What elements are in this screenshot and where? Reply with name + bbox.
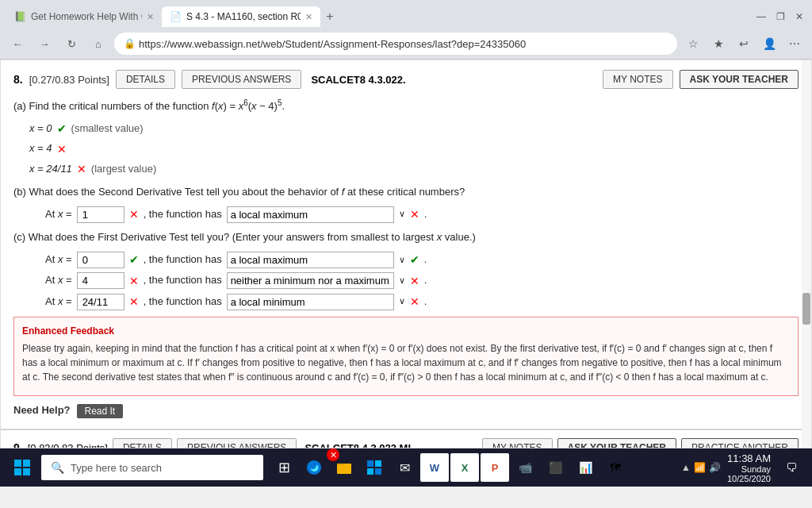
matlab-icon[interactable]: 📊	[571, 453, 599, 482]
taskview-button[interactable]: ⊞	[270, 453, 298, 482]
mail-icon[interactable]: ✉	[390, 453, 419, 482]
day-display: Sunday	[727, 464, 771, 474]
my-notes-button-8[interactable]: MY NOTES	[603, 70, 672, 89]
part-c-row-2: At x = ✕ , the function has a local mini…	[45, 293, 799, 310]
need-help-label: Need Help?	[13, 402, 71, 419]
search-placeholder: Type here to search	[71, 462, 162, 474]
word-icon[interactable]: W	[420, 453, 449, 482]
question-8-points: [0.27/0.83 Points]	[29, 74, 109, 86]
answer-label-2: (largest value)	[91, 161, 156, 178]
back-button[interactable]: ←	[6, 33, 29, 55]
part-c-dropdown-2[interactable]: a local minimum a local maximum neither …	[227, 294, 394, 310]
collection-icon[interactable]: ★	[707, 33, 730, 55]
part-b-dropdown-arrow: ∨	[399, 207, 405, 221]
part-b-prefix: At x =	[45, 206, 72, 223]
part-c-dropdown-wrong-2: ✕	[410, 293, 419, 310]
tab-bar: 📗 Get Homework Help With Cheg ✕ 📄 S 4.3 …	[0, 0, 812, 29]
ask-teacher-button-8[interactable]: ASK YOUR TEACHER	[680, 70, 799, 89]
answer-label-0: (smallest value)	[71, 121, 144, 137]
close-button[interactable]: ✕	[793, 10, 806, 23]
ask-teacher-button-9[interactable]: ASK YOUR TEACHER	[557, 438, 676, 448]
home-button[interactable]: ⌂	[87, 33, 109, 55]
star-icon[interactable]: ☆	[682, 33, 704, 55]
minimize-button[interactable]: —	[755, 10, 768, 23]
profile-icon[interactable]: 👤	[758, 33, 780, 55]
tab-favicon-webassign: 📄	[170, 11, 182, 22]
answer-row-2: x = 24/11 ✕ (largest value)	[29, 160, 799, 178]
wrong-icon-2: ✕	[77, 160, 86, 178]
correct-icon-0: ✔	[57, 120, 67, 137]
tab-webassign[interactable]: 📄 S 4.3 - MA1160, section R01, Fa ✕	[162, 6, 320, 27]
part-b-input[interactable]	[77, 206, 124, 223]
question-8-header: 8. [0.27/0.83 Points] DETAILS PREVIOUS A…	[13, 70, 799, 89]
part-c-input-2[interactable]	[77, 294, 124, 310]
new-tab-button[interactable]: +	[320, 7, 339, 26]
previous-answers-button-8[interactable]: PREVIOUS ANSWERS	[182, 70, 301, 89]
address-input[interactable]: 🔒 https://www.webassign.net/web/Student/…	[114, 33, 677, 55]
answer-row-1: x = 4 ✕	[29, 140, 799, 158]
search-icon: 🔍	[51, 461, 64, 474]
part-b-text: , the function has	[144, 206, 222, 223]
details-button-8[interactable]: DETAILS	[116, 70, 175, 89]
practice-another-button-9[interactable]: PRACTICE ANOTHER	[681, 438, 799, 448]
network-icon: ▲	[681, 462, 691, 473]
menu-icon[interactable]: ⋯	[783, 33, 806, 55]
system-tray: ▲ 📶 🔊	[681, 462, 721, 473]
wifi-icon: 📶	[694, 462, 706, 473]
address-text: https://www.webassign.net/web/Student/As…	[139, 38, 526, 50]
tab-close-cheg[interactable]: ✕	[147, 12, 154, 22]
tab-cheg[interactable]: 📗 Get Homework Help With Cheg ✕	[6, 6, 162, 27]
answer-value-0: x = 0	[29, 121, 52, 137]
feedback-title: Enhanced Feedback	[22, 324, 790, 338]
terminal-icon[interactable]: ⬛	[541, 453, 569, 482]
teams-icon[interactable]: 📹	[511, 453, 539, 482]
wrong-icon-1: ✕	[57, 140, 67, 158]
part-c-row-0: At x = ✔ , the function has a local maxi…	[45, 251, 799, 268]
part-c-wrong-2: ✕	[129, 293, 139, 310]
volume-icon: 🔊	[709, 462, 721, 473]
system-time: 11:38 AM Sunday 10/25/2020	[727, 452, 771, 483]
part-c-correct-0: ✔	[129, 251, 139, 268]
notification-button[interactable]: 🗨	[777, 453, 806, 482]
svg-rect-6	[375, 460, 381, 467]
tab-close-webassign[interactable]: ✕	[305, 12, 312, 22]
svg-rect-3	[23, 468, 30, 475]
excel-icon[interactable]: X	[450, 453, 479, 482]
powerpoint-icon[interactable]: P	[481, 453, 509, 482]
part-b-dropdown-wrong-icon: ✕	[410, 206, 419, 223]
svg-rect-5	[367, 460, 373, 467]
scrollbar-thumb[interactable]	[802, 293, 810, 325]
question-8-number: 8.	[13, 73, 23, 86]
book-code-9: SCALCET8 4.3.023.MI.	[304, 442, 477, 448]
part-c-input-0[interactable]	[77, 252, 124, 268]
part-c-input-1[interactable]	[77, 272, 124, 289]
read-it-button[interactable]: Read It	[77, 404, 124, 418]
previous-answers-button-9[interactable]: PREVIOUS ANSWERS	[177, 438, 297, 448]
part-c-dropdown-1[interactable]: neither a minimum nor a maximum a local …	[227, 272, 394, 289]
maps-icon[interactable]: 🗺	[601, 453, 630, 482]
part-c-row-1: At x = ✕ , the function has neither a mi…	[45, 272, 799, 290]
part-c-period-2: .	[424, 294, 427, 310]
tab-label-cheg: Get Homework Help With Cheg	[31, 11, 142, 22]
address-bar: ← → ↻ ⌂ 🔒 https://www.webassign.net/web/…	[0, 29, 812, 59]
scrollbar[interactable]	[802, 60, 811, 448]
my-notes-button-9[interactable]: MY NOTES	[482, 438, 552, 448]
answer-row-0: x = 0 ✔ (smallest value)	[29, 120, 799, 137]
extensions-icon[interactable]: ↩	[733, 33, 755, 55]
refresh-button[interactable]: ↻	[60, 33, 82, 55]
part-c-dropdown-wrong-1: ✕	[410, 272, 419, 290]
svg-rect-8	[375, 468, 381, 475]
part-c-arrow-1: ∨	[399, 274, 405, 288]
restore-button[interactable]: ❐	[774, 10, 787, 23]
part-c-wrong-1: ✕	[129, 272, 139, 290]
forward-button[interactable]: →	[33, 33, 56, 55]
toolbar-icons: ☆ ★ ↩ 👤 ⋯	[682, 33, 806, 55]
part-b-dropdown[interactable]: a local maximum a local minimum neither …	[227, 206, 394, 223]
store-icon[interactable]	[360, 453, 389, 482]
svg-rect-0	[14, 460, 21, 467]
search-bar[interactable]: 🔍 Type here to search	[41, 455, 263, 480]
details-button-9[interactable]: DETAILS	[113, 438, 172, 448]
edge-icon[interactable]	[300, 453, 328, 482]
start-button[interactable]	[6, 452, 38, 483]
part-c-dropdown-0[interactable]: a local maximum a local minimum neither …	[227, 252, 394, 268]
